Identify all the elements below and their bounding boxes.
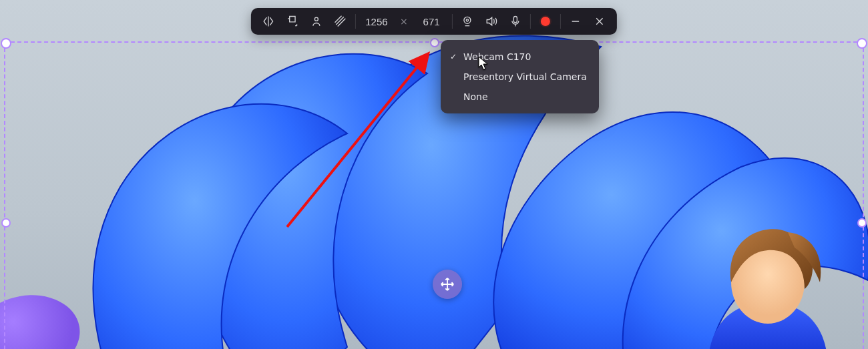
mirror-icon — [262, 15, 275, 28]
handle-top-right[interactable] — [857, 38, 867, 49]
presenter-icon — [310, 15, 323, 28]
menu-item-label: Webcam C170 — [463, 51, 531, 62]
capture-stage: × Webcam C170 — [0, 0, 868, 349]
separator — [452, 14, 453, 29]
mirror-button[interactable] — [256, 9, 280, 33]
close-icon — [594, 16, 605, 27]
svg-point-1 — [464, 17, 471, 23]
separator — [355, 14, 356, 29]
mic-icon — [509, 15, 522, 28]
blur-icon — [334, 15, 347, 28]
presenter-button[interactable] — [304, 9, 329, 33]
separator — [560, 14, 561, 29]
svg-point-2 — [466, 19, 468, 21]
svg-rect-3 — [514, 17, 517, 23]
webcam-icon — [461, 15, 474, 28]
camera-dropdown[interactable]: Webcam C170 Presentory Virtual Camera No… — [441, 40, 599, 113]
camera-option-none[interactable]: None — [441, 87, 599, 107]
handle-top-left[interactable] — [1, 38, 11, 49]
width-field[interactable] — [359, 15, 395, 28]
times-symbol: × — [400, 16, 408, 27]
svg-point-0 — [314, 17, 318, 21]
camera-option-virtual[interactable]: Presentory Virtual Camera — [441, 67, 599, 87]
move-handle[interactable] — [433, 270, 462, 299]
separator — [530, 14, 531, 29]
speaker-icon — [485, 15, 498, 28]
dimensions-display: × — [359, 15, 449, 28]
menu-item-label: None — [463, 91, 488, 102]
record-button[interactable] — [533, 9, 558, 33]
camera-option-webcam[interactable]: Webcam C170 — [441, 47, 599, 67]
microphone-button[interactable] — [503, 9, 527, 33]
menu-item-label: Presentory Virtual Camera — [463, 71, 587, 82]
minimize-button[interactable] — [564, 9, 588, 33]
crop-button[interactable] — [280, 9, 304, 33]
minimize-icon — [570, 15, 582, 27]
height-field[interactable] — [413, 15, 449, 28]
system-audio-button[interactable] — [479, 9, 503, 33]
crop-icon — [286, 15, 299, 28]
move-icon — [440, 277, 455, 292]
handle-top-mid[interactable] — [430, 38, 439, 47]
webcam-button[interactable] — [455, 9, 479, 33]
handle-left-mid[interactable] — [1, 218, 11, 228]
handle-right-mid[interactable] — [857, 218, 867, 228]
capture-region[interactable] — [4, 41, 864, 349]
capture-toolbar: × — [251, 8, 617, 35]
effects-button[interactable] — [329, 9, 353, 33]
close-button[interactable] — [588, 9, 612, 33]
